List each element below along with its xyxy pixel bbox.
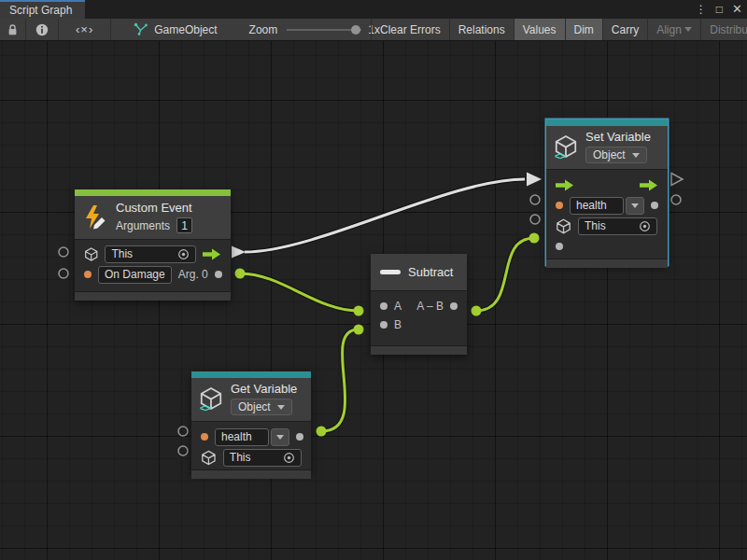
wire-endpoint[interactable] — [354, 325, 364, 335]
node-footer[interactable] — [191, 469, 311, 479]
target-object-field[interactable]: This — [223, 449, 302, 467]
distribute-label: Distribute — [710, 23, 747, 36]
arguments-count-field[interactable]: 1 — [176, 217, 192, 233]
variable-scope-dropdown[interactable]: Object — [585, 147, 647, 163]
node-title: Subtract — [408, 265, 453, 279]
value-wire-sub-to-set[interactable] — [476, 238, 534, 311]
object-picker-icon[interactable] — [639, 220, 651, 232]
node-body: health This — [546, 170, 668, 259]
maximize-icon[interactable]: □ — [716, 0, 723, 19]
title-bar: Script Graph ⋮ □ ✕ — [0, 0, 747, 19]
variable-name-caret-button[interactable] — [626, 197, 644, 215]
zoom-slider[interactable] — [287, 29, 361, 31]
chevron-down-icon — [276, 435, 284, 440]
event-name-port[interactable] — [84, 271, 92, 278]
event-name-value: On Damage — [105, 268, 165, 281]
wire-endpoint[interactable] — [354, 306, 364, 316]
chevron-down-icon — [277, 405, 285, 410]
lock-icon — [7, 23, 19, 36]
window-controls: ⋮ □ ✕ — [696, 0, 742, 19]
variable-scope-dropdown[interactable]: Object — [231, 399, 292, 415]
value-wire-get-to-b[interactable] — [321, 329, 359, 431]
relations-button[interactable]: Relations — [450, 19, 514, 40]
zoom-slider-thumb[interactable] — [351, 25, 360, 35]
node-accent-bar — [191, 371, 311, 378]
input-port-custom-event-target[interactable] — [59, 247, 68, 257]
output-port[interactable] — [450, 302, 458, 310]
flow-out-port-set-variable[interactable] — [671, 174, 683, 186]
variable-name-dropdown[interactable]: health — [570, 197, 644, 215]
wire-endpoint[interactable] — [317, 427, 327, 437]
flow-in-port-set-variable[interactable] — [527, 173, 542, 187]
flow-output-arrow-icon[interactable] — [640, 179, 658, 191]
target-value: This — [585, 219, 606, 232]
flow-out-port-custom-event[interactable] — [232, 246, 246, 259]
object-picker-icon[interactable] — [283, 452, 295, 464]
clear-errors-button[interactable]: Clear Errors — [372, 19, 450, 40]
value-input-port[interactable] — [556, 243, 563, 250]
value-output-port[interactable] — [296, 433, 303, 441]
value-output-port[interactable] — [651, 202, 658, 209]
target-object-field[interactable]: This — [105, 245, 196, 263]
variable-name-port[interactable] — [556, 202, 563, 209]
node-accent-bar — [75, 189, 231, 196]
node-header: <> Set Variable Object — [546, 126, 668, 170]
lock-button[interactable] — [0, 19, 26, 40]
distribute-dropdown[interactable]: Distribute — [701, 19, 747, 40]
node-footer[interactable] — [371, 345, 467, 355]
zoom-control: Zoom 1x — [249, 19, 380, 40]
input-port-get-variable-target[interactable] — [178, 446, 188, 455]
target-object-field[interactable]: This — [578, 217, 657, 235]
input-port-get-variable-name[interactable] — [178, 427, 188, 436]
variable-name-dropdown[interactable]: health — [215, 428, 289, 446]
wire-endpoint[interactable] — [529, 233, 540, 244]
carry-toggle[interactable]: Carry — [603, 19, 648, 40]
info-icon — [35, 23, 49, 36]
arguments-label: Arguments — [116, 219, 170, 232]
target-value: This — [230, 451, 251, 464]
chevron-down-icon — [632, 153, 640, 158]
dim-toggle[interactable]: Dim — [566, 19, 603, 40]
script-graph-window: { "window": { "tab_title": "Script Graph… — [0, 0, 747, 560]
flow-input-arrow-icon[interactable] — [556, 179, 574, 191]
variable-name-caret-button[interactable] — [271, 428, 289, 446]
node-header: Subtract — [371, 254, 467, 291]
input-a-port[interactable] — [380, 302, 388, 310]
node-get-variable[interactable]: <> Get Variable Object health — [191, 371, 311, 473]
align-dropdown[interactable]: Align — [648, 19, 701, 40]
node-custom-event[interactable]: Custom Event Arguments 1 This — [75, 189, 231, 301]
node-subtract[interactable]: Subtract A A – B B — [371, 254, 467, 355]
code-icon: ‹×› — [76, 22, 93, 36]
variable-name-value: health — [576, 199, 607, 212]
tab-script-graph[interactable]: Script Graph — [0, 0, 85, 19]
node-set-variable[interactable]: <> Set Variable Object — [546, 119, 668, 265]
node-footer[interactable] — [75, 291, 231, 301]
values-toggle[interactable]: Values — [514, 19, 566, 40]
input-port-custom-event-name[interactable] — [59, 269, 68, 278]
node-footer[interactable] — [546, 259, 668, 268]
event-name-field[interactable]: On Damage — [98, 266, 172, 284]
window-menu-icon[interactable]: ⋮ — [696, 0, 707, 19]
flow-wire[interactable] — [245, 179, 525, 252]
graph-toolbar: ‹×› GameObject Zoom 1x Clear Errors Rela… — [0, 19, 747, 41]
output-port-set-variable-value[interactable] — [671, 195, 681, 204]
node-body: health This — [191, 422, 311, 469]
object-picker-icon[interactable] — [177, 248, 190, 260]
flow-output-arrow-icon[interactable] — [203, 248, 221, 260]
close-icon[interactable]: ✕ — [732, 0, 742, 19]
input-port-set-variable-target[interactable] — [530, 215, 540, 224]
input-b-port[interactable] — [380, 321, 388, 329]
wire-endpoint[interactable] — [235, 269, 246, 279]
wire-endpoint[interactable] — [472, 306, 482, 316]
value-wire-arg-to-a[interactable] — [240, 273, 359, 311]
chevron-down-icon — [631, 203, 639, 208]
graph-canvas[interactable]: Custom Event Arguments 1 This — [0, 41, 747, 560]
code-view-button[interactable]: ‹×› — [59, 19, 111, 40]
node-title: Set Variable — [585, 130, 651, 144]
variable-name-port[interactable] — [201, 433, 208, 441]
info-button[interactable] — [26, 19, 59, 40]
script-graph-icon — [134, 22, 148, 36]
input-port-set-variable-name[interactable] — [530, 195, 540, 204]
arg0-output-port[interactable] — [215, 271, 222, 278]
graph-owner-button[interactable]: GameObject — [128, 19, 222, 40]
